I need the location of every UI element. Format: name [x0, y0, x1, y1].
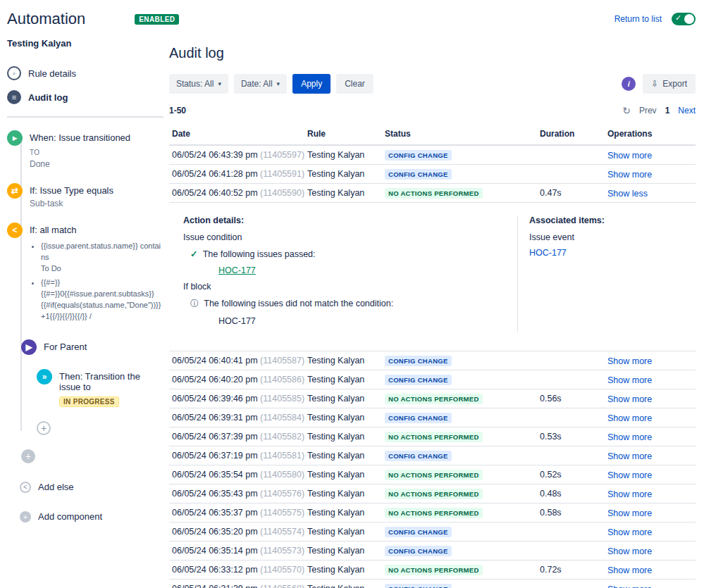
col-header-rule: Rule — [307, 129, 385, 139]
status-filter-dropdown[interactable]: Status: All ▾ — [169, 74, 228, 94]
log-id: (11405575) — [260, 508, 304, 518]
results-range-row: 1-50 ↻ Prev 1 Next — [169, 105, 696, 116]
info-circle-icon: ⓘ — [190, 299, 199, 308]
condition-title: If: Issue Type equals — [30, 183, 113, 196]
branch-title: For Parent — [44, 339, 87, 352]
table-row: 06/05/24 06:40:52 pm (11405590) Testing … — [169, 184, 696, 203]
log-id: (11405584) — [260, 413, 304, 423]
log-rule: Testing Kalyan — [307, 150, 385, 160]
condition-value: Sub-task — [30, 199, 113, 208]
add-action-row: + — [37, 421, 163, 435]
table-row: 06/05/24 06:31:39 pm (11405568) Testing … — [169, 580, 696, 588]
smart-value-list: {{issue.parent.status.name}} contains To… — [41, 241, 163, 323]
show-more-link[interactable]: Show more — [607, 546, 652, 556]
apply-button[interactable]: Apply — [292, 74, 331, 94]
return-to-list-link[interactable]: Return to list — [615, 14, 662, 24]
component-if-issue-type[interactable]: ⇄ If: Issue Type equals Sub-task — [7, 183, 163, 208]
sidebar-item-rule-details[interactable]: ◦ Rule details — [7, 61, 163, 85]
status-badge: CONFIG CHANGE — [385, 413, 452, 423]
add-branch-button[interactable]: + — [21, 449, 35, 463]
show-more-link[interactable]: Show more — [607, 508, 652, 518]
date-filter-dropdown[interactable]: Date: All ▾ — [234, 74, 287, 94]
log-rule: Testing Kalyan — [307, 584, 385, 588]
log-id: (11405586) — [260, 375, 304, 384]
show-more-link[interactable]: Show more — [607, 170, 652, 180]
show-more-link[interactable]: Show more — [607, 565, 652, 575]
add-else-row[interactable]: < Add else — [20, 482, 163, 493]
show-more-link[interactable]: Show more — [607, 394, 652, 404]
trigger-to-label: TO — [30, 149, 130, 156]
current-page[interactable]: 1 — [665, 106, 670, 115]
log-duration: 0.58s — [540, 508, 607, 518]
associated-items-section: Associated items: Issue event HOC-177 — [518, 215, 696, 332]
clear-button[interactable]: Clear — [336, 74, 373, 94]
passed-issue-link[interactable]: HOC-177 — [218, 265, 256, 275]
add-action-button[interactable]: + — [37, 421, 51, 435]
col-header-operations: Operations — [607, 129, 696, 139]
date-filter-label: Date: All — [241, 79, 273, 89]
add-else-icon: < — [20, 482, 31, 493]
refresh-icon[interactable]: ↻ — [622, 105, 631, 116]
show-more-link[interactable]: Show more — [607, 527, 652, 537]
trigger-value: Done — [30, 159, 130, 169]
results-range: 1-50 — [169, 106, 186, 115]
table-row: 06/05/24 06:35:20 pm (11405574) Testing … — [169, 523, 696, 542]
trigger-icon: ▸ — [7, 130, 23, 146]
log-rule: Testing Kalyan — [307, 188, 385, 198]
log-id: (11405568) — [260, 584, 304, 588]
status-badge: CONFIG CHANGE — [385, 527, 452, 537]
log-date: 06/05/24 06:35:43 pm — [172, 489, 258, 499]
component-branch-for-parent[interactable]: ▶ For Parent — [21, 339, 163, 355]
log-rule: Testing Kalyan — [307, 489, 385, 499]
log-id: (11405574) — [260, 527, 304, 537]
log-rule: Testing Kalyan — [307, 375, 385, 384]
show-more-link[interactable]: Show less — [607, 189, 648, 199]
table-row: 06/05/24 06:40:41 pm (11405587) Testing … — [169, 351, 696, 370]
log-date: 06/05/24 06:40:20 pm — [172, 375, 258, 384]
component-if-all-match[interactable]: < If: all match {{issue.parent.status.na… — [7, 223, 163, 325]
log-rule: Testing Kalyan — [307, 451, 385, 461]
show-more-link[interactable]: Show more — [607, 432, 652, 442]
component-then-action[interactable]: » Then: Transition the issue to IN PROGR… — [37, 369, 163, 407]
show-more-link[interactable]: Show more — [607, 375, 652, 385]
rule-enabled-toggle[interactable]: ✓ — [672, 13, 696, 25]
export-label: Export — [662, 79, 687, 89]
log-rule: Testing Kalyan — [307, 394, 385, 404]
log-duration: 0.48s — [540, 489, 607, 499]
audit-log-table: 06/05/24 06:43:39 pm (11405597) Testing … — [169, 146, 696, 588]
show-more-link[interactable]: Show more — [607, 584, 652, 588]
log-rule: Testing Kalyan — [307, 508, 385, 518]
info-icon[interactable]: i — [622, 77, 636, 91]
table-row: 06/05/24 06:39:46 pm (11405585) Testing … — [169, 389, 696, 408]
status-badge: CONFIG CHANGE — [385, 584, 452, 588]
table-row: 06/05/24 06:37:19 pm (11405581) Testing … — [169, 446, 696, 465]
add-component-icon: + — [20, 511, 31, 523]
export-button[interactable]: ⇩ Export — [643, 74, 696, 94]
log-id: (11405591) — [260, 169, 304, 179]
associated-issue-link[interactable]: HOC-177 — [529, 248, 567, 258]
check-icon: ✓ — [190, 249, 197, 259]
show-more-link[interactable]: Show more — [607, 470, 652, 480]
if-block-label: If block — [183, 282, 503, 292]
show-more-link[interactable]: Show more — [607, 413, 652, 423]
log-id: (11405587) — [260, 356, 304, 365]
sidebar-item-audit-log[interactable]: ≡ Audit log — [7, 85, 163, 109]
log-id: (11405582) — [260, 432, 304, 442]
component-when-trigger[interactable]: ▸ When: Issue transitioned TO Done — [7, 130, 163, 169]
next-page-link[interactable]: Next — [678, 106, 696, 115]
in-progress-badge: IN PROGRESS — [59, 396, 119, 407]
log-duration: 0.72s — [540, 565, 607, 575]
table-row: 06/05/24 06:35:54 pm (11405580) Testing … — [169, 465, 696, 484]
show-more-link[interactable]: Show more — [607, 489, 652, 499]
log-id: (11405576) — [260, 489, 304, 499]
log-id: (11405590) — [260, 188, 304, 198]
log-rule: Testing Kalyan — [307, 169, 385, 179]
enabled-badge: ENABLED — [135, 14, 179, 25]
add-component-row[interactable]: + Add component — [20, 511, 163, 523]
show-more-link[interactable]: Show more — [607, 451, 652, 461]
log-duration: 0.52s — [540, 470, 607, 480]
table-row: 06/05/24 06:41:28 pm (11405591) Testing … — [169, 165, 696, 184]
prev-page-link[interactable]: Prev — [639, 106, 657, 115]
show-more-link[interactable]: Show more — [607, 356, 652, 366]
show-more-link[interactable]: Show more — [607, 151, 652, 161]
